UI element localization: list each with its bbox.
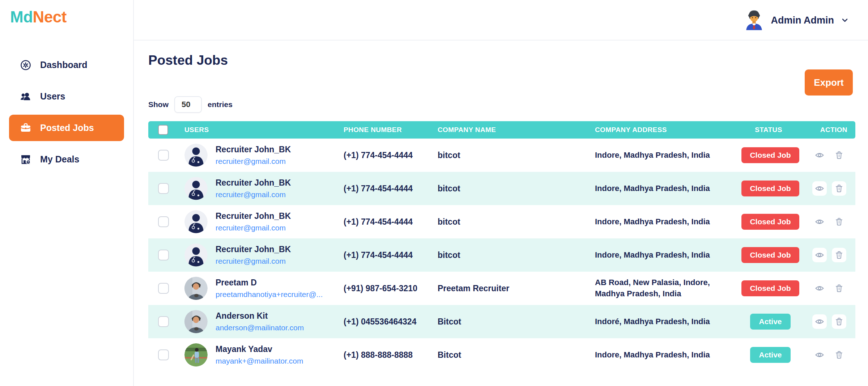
user-text: Mayank Yadav mayank+@mailinator.com — [216, 344, 303, 365]
row-checkbox[interactable] — [158, 283, 169, 294]
briefcase-icon — [20, 122, 31, 134]
sidebar-item-users[interactable]: Users — [9, 83, 124, 110]
trash-icon — [834, 317, 844, 326]
page-title: Posted Jobs — [148, 53, 228, 68]
user-name: Recruiter John_BK — [216, 178, 291, 188]
admin-name: Admin Admin — [771, 15, 834, 26]
user-text: Recruiter John_BK recruiter@gmail.com — [216, 245, 291, 266]
action-cell — [810, 181, 855, 196]
row-checkbox[interactable] — [158, 150, 169, 161]
view-button[interactable] — [812, 181, 827, 196]
sidebar-item-dashboard[interactable]: Dashboard — [9, 52, 124, 78]
company-address-cell: Indore, Madhya Pradesh, India — [591, 349, 738, 361]
user-email-link[interactable]: recruiter@gmail.com — [216, 157, 291, 166]
user-name: Recruiter John_BK — [216, 245, 291, 254]
user-cell: Recruiter John_BK recruiter@gmail.com — [174, 243, 340, 267]
show-entries-control: Show entries — [148, 96, 233, 113]
user-text: Recruiter John_BK recruiter@gmail.com — [216, 178, 291, 199]
user-email-link[interactable]: preetamdhanotiya+recruiter@... — [216, 290, 323, 299]
view-button[interactable] — [812, 215, 827, 229]
brand-logo-part2: Nect — [33, 8, 67, 26]
user-email-link[interactable]: recruiter@gmail.com — [216, 224, 291, 232]
eye-icon — [815, 350, 824, 360]
user-name: Anderson Kit — [216, 311, 304, 321]
sidebar: MdNect Dashboard Users Posted Jobs — [0, 0, 134, 386]
action-cell — [810, 314, 855, 329]
admin-menu[interactable]: Admin Admin — [744, 0, 850, 41]
user-avatar — [184, 277, 208, 300]
view-button[interactable] — [812, 248, 827, 262]
phone-cell: (+1) 774-454-4444 — [340, 184, 434, 194]
action-cell — [810, 348, 855, 362]
view-button[interactable] — [812, 148, 827, 162]
user-name: Recruiter John_BK — [216, 211, 291, 221]
view-button[interactable] — [812, 314, 827, 329]
column-header-action: ACTION — [810, 126, 855, 134]
view-button[interactable] — [812, 348, 827, 362]
row-checkbox[interactable] — [158, 183, 169, 194]
sidebar-item-label: Users — [40, 91, 65, 102]
trash-icon — [834, 250, 844, 260]
company-name-cell: bitcot — [434, 250, 591, 260]
table-body: Recruiter John_BK recruiter@gmail.com (+… — [148, 139, 855, 372]
row-checkbox[interactable] — [158, 216, 169, 227]
action-cell — [810, 148, 855, 162]
sidebar-item-my-deals[interactable]: My Deals — [9, 146, 124, 173]
row-checkbox[interactable] — [158, 250, 169, 260]
user-cell: Recruiter John_BK recruiter@gmail.com — [174, 210, 340, 233]
delete-button[interactable] — [832, 348, 846, 362]
sidebar-item-label: My Deals — [40, 154, 79, 165]
delete-button[interactable] — [832, 281, 846, 296]
table-row: Recruiter John_BK recruiter@gmail.com (+… — [148, 139, 855, 172]
table-row: Recruiter John_BK recruiter@gmail.com (+… — [148, 238, 855, 272]
sidebar-item-posted-jobs[interactable]: Posted Jobs — [9, 115, 124, 141]
user-cell: Anderson Kit anderson@mailinator.com — [174, 310, 340, 333]
delete-button[interactable] — [832, 148, 846, 162]
delete-button[interactable] — [832, 215, 846, 229]
view-button[interactable] — [812, 281, 827, 296]
delete-button[interactable] — [832, 248, 846, 262]
entries-label: entries — [208, 100, 233, 109]
user-avatar — [184, 310, 208, 333]
topbar: Admin Admin — [134, 0, 868, 41]
action-cell — [810, 215, 855, 229]
delete-button[interactable] — [832, 181, 846, 196]
user-text: Recruiter John_BK recruiter@gmail.com — [216, 145, 291, 166]
user-email-link[interactable]: recruiter@gmail.com — [216, 190, 291, 199]
phone-cell: (+1) 774-454-4444 — [340, 150, 434, 160]
row-checkbox[interactable] — [158, 316, 169, 327]
entries-input[interactable] — [174, 96, 202, 113]
user-name: Recruiter John_BK — [216, 145, 291, 154]
column-header-users: USERS — [174, 126, 340, 134]
users-icon — [20, 91, 31, 102]
chevron-down-icon — [841, 16, 849, 25]
eye-icon — [815, 250, 824, 260]
phone-cell: (+1) 774-454-4444 — [340, 217, 434, 227]
phone-cell: (+1) 774-454-4444 — [340, 250, 434, 260]
status-badge: Closed Job — [741, 280, 799, 296]
user-email-link[interactable]: mayank+@mailinator.com — [216, 357, 303, 365]
company-name-cell: Bitcot — [434, 350, 591, 360]
select-all-checkbox[interactable] — [158, 125, 168, 135]
status-cell: Closed Job — [738, 280, 810, 296]
delete-button[interactable] — [832, 314, 846, 329]
trash-icon — [834, 150, 844, 160]
user-name: Preetam D — [216, 278, 323, 288]
brand-logo-part1: Md — [10, 8, 33, 26]
user-email-link[interactable]: anderson@mailinator.com — [216, 323, 304, 332]
user-cell: Mayank Yadav mayank+@mailinator.com — [174, 343, 340, 366]
trash-icon — [834, 284, 844, 293]
user-email-link[interactable]: recruiter@gmail.com — [216, 257, 291, 266]
eye-icon — [815, 217, 824, 226]
user-avatar — [184, 243, 208, 267]
column-header-status: STATUS — [738, 126, 810, 134]
status-cell: Closed Job — [738, 147, 810, 163]
status-cell: Closed Job — [738, 214, 810, 230]
company-address-cell: Indore, Madhya Pradesh, India — [591, 216, 738, 228]
brand-logo: MdNect — [10, 8, 67, 26]
phone-cell: (+1) 888-888-8888 — [340, 350, 434, 360]
row-checkbox[interactable] — [158, 349, 169, 360]
eye-icon — [815, 317, 824, 326]
export-button[interactable]: Export — [805, 69, 853, 96]
phone-cell: (+91) 987-654-3210 — [340, 284, 434, 293]
